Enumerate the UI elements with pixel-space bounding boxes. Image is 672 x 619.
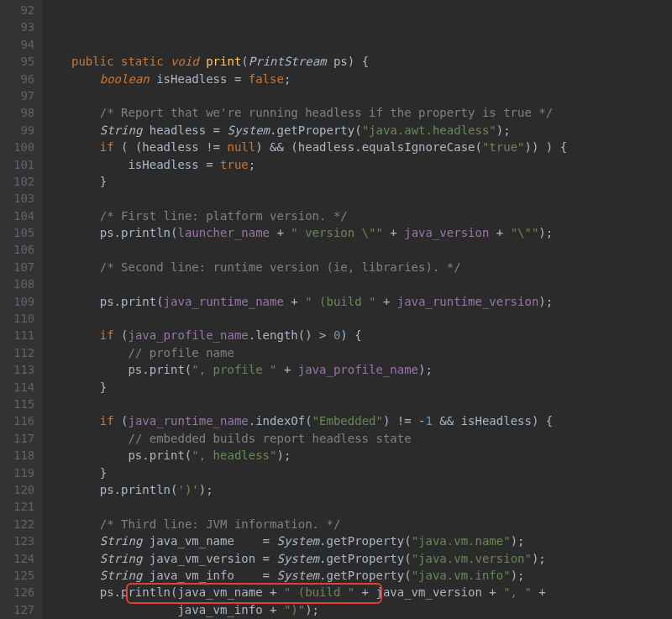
code-token: ", " <box>503 585 538 599</box>
code-token: String <box>100 569 150 582</box>
code-token <box>43 140 99 154</box>
code-token: + <box>284 363 298 376</box>
code-token: .length() > <box>249 328 333 342</box>
code-token: + <box>291 295 305 308</box>
code-token <box>43 209 99 223</box>
code-token: java_vm_version <box>150 552 263 565</box>
code-token <box>43 106 99 119</box>
code-token: } <box>43 175 107 188</box>
code-line[interactable]: java_vm_info + ")"); <box>43 601 567 618</box>
code-token: ')' <box>177 483 198 496</box>
code-token: = <box>263 552 277 565</box>
code-token: ")" <box>284 603 305 616</box>
code-token: + <box>383 295 397 308</box>
code-token: boolean <box>100 72 156 86</box>
code-token <box>43 517 99 531</box>
code-token: System <box>276 552 319 565</box>
line-number: 102 <box>13 173 34 190</box>
line-number: 118 <box>13 447 34 464</box>
code-token: // embedded builds report headless state <box>128 432 411 445</box>
code-line[interactable]: if (java_profile_name.length() > 0) { <box>43 327 567 344</box>
line-number: 124 <box>13 550 34 567</box>
code-line[interactable] <box>43 275 567 292</box>
code-token: ( <box>354 123 361 137</box>
line-number: 94 <box>13 36 34 53</box>
code-line[interactable]: ps.print(java_runtime_name + " (build " … <box>43 293 567 310</box>
code-line[interactable]: } <box>43 173 567 190</box>
code-editor[interactable]: 9293949596979899100101102103104105106107… <box>0 0 672 619</box>
code-line[interactable]: ps.println(java_vm_name + " (build " + j… <box>43 584 567 601</box>
code-token: ) <box>255 140 270 154</box>
code-line[interactable] <box>43 242 567 259</box>
code-token: + <box>538 585 545 599</box>
code-line[interactable]: ps.print(", profile " + java_profile_nam… <box>43 361 567 378</box>
code-token: java_vm_name <box>150 534 263 548</box>
code-token: = <box>263 569 277 582</box>
code-line[interactable]: // profile name <box>43 344 567 361</box>
line-number: 99 <box>13 122 34 139</box>
code-line[interactable]: isHeadless = true; <box>43 156 567 173</box>
code-token: ( <box>241 55 248 68</box>
code-line[interactable]: ps.println(')'); <box>43 481 567 498</box>
line-number: 113 <box>13 361 34 378</box>
code-line[interactable]: ps.println(launcher_name + " version \""… <box>43 224 567 241</box>
code-token: ps.println( <box>43 483 177 496</box>
line-number: 98 <box>13 104 34 121</box>
code-token: ); <box>496 123 511 137</box>
line-number: 119 <box>13 464 34 481</box>
line-number: 122 <box>13 516 34 532</box>
line-number: 95 <box>13 53 34 70</box>
code-line[interactable] <box>43 396 567 412</box>
line-number: 108 <box>13 275 34 292</box>
code-token: /* Report that we're running headless if… <box>100 106 553 119</box>
code-token: print <box>206 55 241 68</box>
code-token: + <box>276 226 291 239</box>
code-line[interactable] <box>43 190 567 207</box>
code-line[interactable]: String java_vm_version = System.getPrope… <box>43 550 567 567</box>
code-line[interactable]: ps.print(", headless"); <box>43 447 567 464</box>
code-line[interactable]: } <box>43 464 567 481</box>
line-number: 126 <box>13 584 34 601</box>
code-token: && <box>270 140 291 154</box>
code-line[interactable]: // embedded builds report headless state <box>43 430 567 447</box>
code-line[interactable]: /* Report that we're running headless if… <box>43 104 567 121</box>
code-line[interactable]: boolean isHeadless = false; <box>43 71 567 87</box>
code-line[interactable]: String java_vm_info = System.getProperty… <box>43 567 567 584</box>
code-token: java_runtime_version <box>397 295 539 308</box>
code-area[interactable]: public static void print(PrintStream ps)… <box>43 0 567 619</box>
code-token: /* Second line: runtime version (ie, lib… <box>100 260 461 274</box>
code-line[interactable]: if ( (headless != null) && (headless.equ… <box>43 139 567 155</box>
code-token: = <box>234 72 249 86</box>
code-token: String <box>100 552 150 565</box>
line-number: 123 <box>13 532 34 549</box>
code-token: + <box>390 226 404 239</box>
line-number: 125 <box>13 567 34 584</box>
code-line[interactable]: public static void print(PrintStream ps)… <box>43 53 567 70</box>
code-token: } <box>43 380 107 394</box>
code-line[interactable]: if (java_runtime_name.indexOf("Embedded"… <box>43 412 567 429</box>
code-line[interactable] <box>43 498 567 515</box>
line-number: 101 <box>13 156 34 173</box>
line-number: 127 <box>13 601 34 618</box>
code-token: ps.print( <box>43 363 192 376</box>
code-token <box>43 328 99 342</box>
code-line[interactable] <box>43 87 567 104</box>
code-line[interactable]: /* Second line: runtime version (ie, lib… <box>43 259 567 275</box>
code-token <box>43 346 128 359</box>
line-number: 106 <box>13 241 34 258</box>
code-line[interactable]: } <box>43 379 567 396</box>
code-token: System <box>276 534 319 548</box>
code-token: = <box>263 534 277 548</box>
line-number: 121 <box>13 498 34 515</box>
code-line[interactable]: /* Third line: JVM information. */ <box>43 516 567 532</box>
line-number: 104 <box>13 207 34 224</box>
code-line[interactable]: String headless = System.getProperty("ja… <box>43 122 567 139</box>
code-line[interactable]: /* First line: platform version. */ <box>43 207 567 224</box>
code-token: java_runtime_name <box>128 414 248 428</box>
code-token: launcher_name <box>177 226 276 239</box>
line-number: 111 <box>13 327 34 344</box>
code-token: java_vm_info + <box>43 603 284 616</box>
code-token: ) { <box>340 328 361 342</box>
code-line[interactable] <box>43 310 567 327</box>
code-line[interactable]: String java_vm_name = System.getProperty… <box>43 532 567 549</box>
